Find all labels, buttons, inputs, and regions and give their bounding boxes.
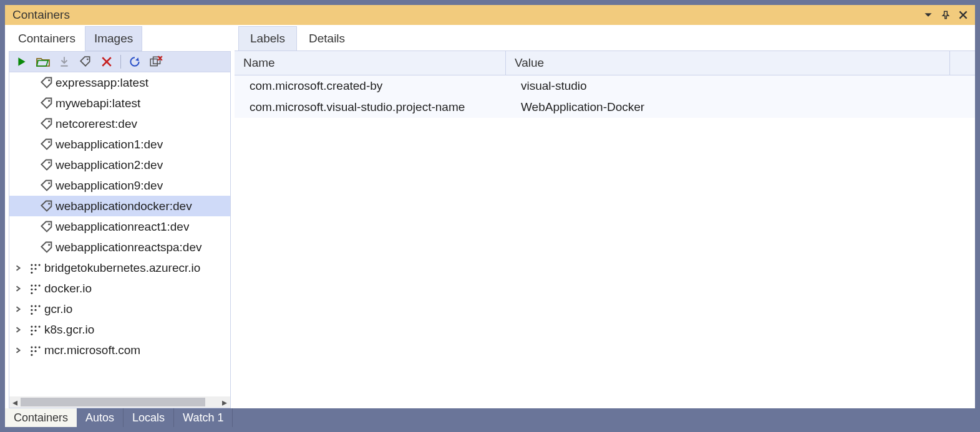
svg-point-6	[48, 141, 50, 143]
svg-point-25	[34, 305, 36, 307]
column-header-name[interactable]: Name	[235, 51, 506, 75]
svg-point-20	[39, 284, 41, 286]
expand-icon[interactable]	[9, 347, 27, 353]
toolbar-separator	[120, 55, 121, 69]
item-label: mywebapi:latest	[56, 97, 140, 110]
item-label: gcr.io	[44, 302, 72, 316]
tab-details[interactable]: Details	[297, 26, 357, 51]
svg-point-40	[34, 350, 36, 352]
toolbar	[9, 51, 231, 72]
registry-icon	[27, 261, 44, 275]
tag-icon	[38, 241, 56, 254]
grid-header: Name Value	[235, 51, 975, 75]
registry-item[interactable]: gcr.io	[9, 299, 230, 319]
image-item[interactable]: expressapp:latest	[9, 72, 230, 93]
open-folder-icon[interactable]	[36, 54, 51, 69]
svg-point-32	[39, 325, 41, 327]
item-label: expressapp:latest	[56, 76, 148, 90]
svg-point-17	[31, 271, 32, 273]
image-item[interactable]: webapplicationdocker:dev	[9, 196, 230, 216]
svg-point-31	[34, 325, 36, 327]
tag-icon	[38, 117, 56, 131]
svg-point-39	[31, 350, 32, 352]
tab-labels[interactable]: Labels	[238, 26, 297, 51]
svg-point-7	[48, 161, 50, 163]
registry-icon	[27, 282, 44, 295]
column-header-value[interactable]: Value	[506, 51, 950, 75]
expand-icon[interactable]	[9, 306, 27, 312]
svg-point-0	[87, 59, 89, 60]
expand-icon[interactable]	[9, 286, 27, 292]
pin-icon[interactable]	[939, 8, 953, 22]
item-label: bridgetokubernetes.azurecr.io	[44, 261, 200, 275]
svg-point-11	[48, 244, 50, 246]
tab-containers[interactable]: Containers	[9, 26, 85, 51]
tab-images[interactable]: Images	[85, 26, 142, 51]
svg-point-37	[34, 346, 36, 348]
play-icon[interactable]	[14, 54, 29, 69]
tag-icon[interactable]	[78, 54, 93, 69]
svg-point-21	[31, 288, 32, 290]
label-value: visual-studio	[506, 75, 975, 97]
registry-item[interactable]: bridgetokubernetes.azurecr.io	[9, 257, 230, 278]
registry-icon	[27, 343, 44, 357]
item-label: k8s.gcr.io	[44, 323, 94, 337]
image-item[interactable]: mywebapi:latest	[9, 93, 230, 113]
svg-point-27	[31, 309, 32, 310]
image-item[interactable]: webapplication1:dev	[9, 134, 230, 155]
svg-point-34	[34, 329, 36, 331]
right-tab-strip: Labels Details	[235, 25, 975, 51]
refresh-icon[interactable]	[127, 54, 142, 69]
registry-icon	[27, 302, 44, 316]
svg-point-30	[31, 325, 32, 327]
title-bar: Containers	[5, 5, 975, 25]
bottom-tab-watch-1[interactable]: Watch 1	[174, 408, 233, 427]
svg-point-28	[34, 309, 36, 310]
label-name: com.microsoft.created-by	[235, 75, 506, 97]
svg-point-14	[39, 264, 41, 266]
tag-icon	[38, 199, 56, 213]
item-label: webapplicationreact1:dev	[56, 220, 189, 234]
item-label: webapplicationreactspa:dev	[56, 241, 202, 254]
window-dropdown-icon[interactable]	[921, 8, 935, 22]
horizontal-scrollbar[interactable]: ◂ ▸	[9, 396, 230, 408]
image-item[interactable]: webapplication2:dev	[9, 155, 230, 175]
image-item[interactable]: webapplicationreactspa:dev	[9, 237, 230, 257]
pull-icon[interactable]	[57, 54, 72, 69]
tag-icon	[38, 158, 56, 172]
bottom-tab-locals[interactable]: Locals	[124, 408, 174, 427]
image-item[interactable]: netcorerest:dev	[9, 113, 230, 134]
image-item[interactable]: webapplicationreact1:dev	[9, 216, 230, 237]
svg-point-4	[48, 100, 50, 102]
close-icon[interactable]	[956, 8, 970, 22]
registry-item[interactable]: docker.io	[9, 278, 230, 299]
item-label: webapplicationdocker:dev	[56, 199, 192, 213]
expand-icon[interactable]	[9, 327, 27, 333]
svg-point-10	[48, 223, 50, 225]
prune-icon[interactable]	[148, 54, 163, 69]
tag-icon	[38, 138, 56, 151]
registry-item[interactable]: k8s.gcr.io	[9, 319, 230, 340]
bottom-tab-autos[interactable]: Autos	[77, 408, 124, 427]
svg-point-8	[48, 182, 50, 184]
svg-point-12	[31, 264, 32, 266]
left-tab-strip: Containers Images	[9, 25, 231, 51]
svg-point-36	[31, 346, 32, 348]
expand-icon[interactable]	[9, 265, 27, 271]
delete-icon[interactable]	[99, 54, 114, 69]
grid-row[interactable]: com.microsoft.created-byvisual-studio	[235, 75, 975, 97]
bottom-tab-containers[interactable]: Containers	[5, 408, 77, 427]
registry-item[interactable]: mcr.microsoft.com	[9, 340, 230, 360]
tag-icon	[38, 220, 56, 234]
item-label: webapplication2:dev	[56, 158, 163, 172]
svg-point-19	[34, 284, 36, 286]
svg-point-38	[39, 346, 41, 348]
item-label: netcorerest:dev	[56, 117, 137, 131]
right-panel: Labels Details Name Value com.microsoft.…	[235, 25, 975, 408]
svg-point-22	[34, 288, 36, 290]
svg-point-29	[31, 312, 32, 314]
image-item[interactable]: webapplication9:dev	[9, 175, 230, 196]
svg-point-5	[48, 120, 50, 122]
grid-row[interactable]: com.microsoft.visual-studio.project-name…	[235, 97, 975, 118]
svg-point-18	[31, 284, 32, 286]
